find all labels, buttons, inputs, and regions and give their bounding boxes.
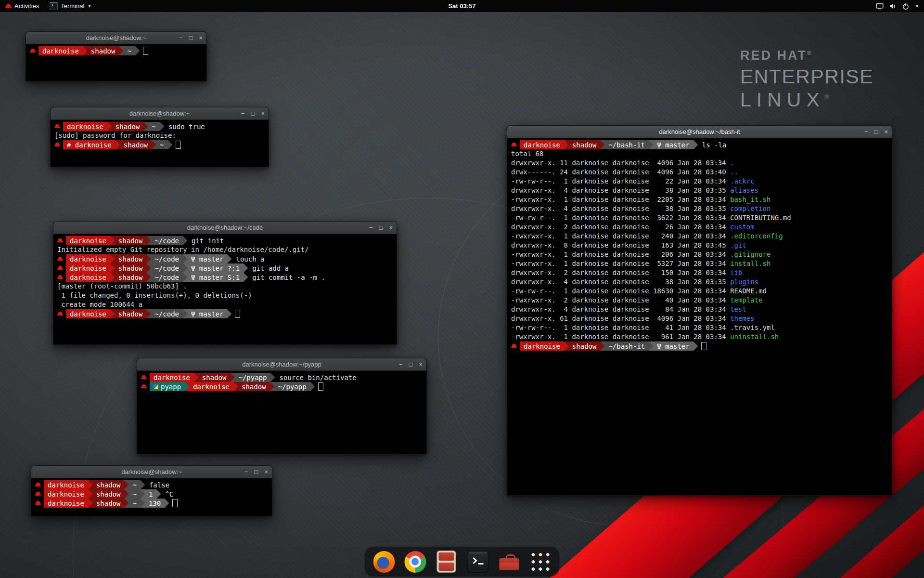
powerline-separator bbox=[183, 263, 187, 273]
prompt-segment-host: shadow bbox=[238, 382, 270, 391]
dock-item-software[interactable] bbox=[498, 550, 521, 573]
terminal-line: drwxrwxr-x. 4 darknoise darknoise 38 Jan… bbox=[511, 186, 892, 195]
ls-entry-meta: -rwxrwxr-x. 1 darknoise darknoise 2205 J… bbox=[511, 196, 730, 203]
app-menu-terminal[interactable]: Terminal ▾ bbox=[44, 0, 96, 12]
prompt-segment-user: darknoise bbox=[520, 342, 564, 351]
powerline-separator bbox=[146, 263, 151, 273]
prompt-segment-path: ~ bbox=[123, 46, 135, 55]
terminal-line: drwx------. 24 darknoise darknoise 4096 … bbox=[511, 168, 892, 177]
terminal-line: darknoiseshadow~/codeΨ master S:1git com… bbox=[57, 273, 397, 282]
terminal-line: darknoiseshadow~/codeΨ mastertouch a bbox=[57, 254, 397, 263]
prompt-segment-code: 1 bbox=[145, 489, 156, 499]
close-button[interactable]: × bbox=[199, 35, 203, 41]
command-text: ^C bbox=[165, 490, 173, 498]
brand-red-hat: RED HAT® bbox=[740, 48, 873, 63]
prompt-segment-user: darknoise bbox=[44, 480, 88, 489]
terminal-window-home-2[interactable]: darknoise@shadow:~ − □ × darknoiseshadow… bbox=[31, 465, 272, 516]
titlebar[interactable]: darknoise@shadow:~ − □ × bbox=[26, 32, 206, 44]
redhat-prompt-icon bbox=[511, 142, 517, 148]
registered-mark: ® bbox=[807, 50, 813, 56]
terminal-line: -rwxrwxr-x. 1 darknoise darknoise 206 Ja… bbox=[511, 250, 892, 259]
powerline-separator bbox=[146, 273, 151, 282]
minimize-button[interactable]: − bbox=[241, 110, 245, 117]
ls-entry-meta: drwxrwxr-x. 8 darknoise darknoise 163 Ja… bbox=[511, 241, 730, 249]
terminal-line: darknoiseshadow~/codeΨ master ?:1git add… bbox=[57, 263, 397, 273]
terminal-window-pyapp[interactable]: darknoise@shadow:~/pyapp − □ × darknoise… bbox=[137, 358, 427, 454]
minimize-button[interactable]: − bbox=[399, 361, 403, 368]
maximize-button[interactable]: □ bbox=[189, 35, 193, 41]
prompt-segment-host: shadow bbox=[115, 309, 147, 318]
terminal-content[interactable]: darknoiseshadow~/codegit initInitialized… bbox=[53, 234, 397, 344]
redhat-prompt-icon bbox=[35, 491, 41, 497]
prompt-segment-host: shadow bbox=[92, 489, 125, 499]
minimize-button[interactable]: − bbox=[369, 224, 373, 231]
ls-entry-name: README.md bbox=[730, 287, 767, 295]
ls-entry-name: . bbox=[730, 159, 734, 167]
powerline-separator bbox=[143, 122, 148, 131]
clock[interactable]: Sat 03:57 bbox=[448, 2, 475, 10]
ls-entry-name: .travis.yml bbox=[730, 324, 775, 331]
terminal-content[interactable]: darknoiseshadow~/bash-itΨ masterls -lato… bbox=[507, 138, 892, 495]
terminal-content[interactable]: darknoiseshadow~sudo true[sudo] password… bbox=[51, 120, 269, 167]
prompt-segment-user: darknoise bbox=[66, 273, 110, 282]
activities-button[interactable]: Activities bbox=[0, 0, 44, 12]
titlebar[interactable]: darknoise@shadow:~/pyapp − □ × bbox=[137, 358, 426, 371]
titlebar[interactable]: darknoise@shadow:~ − □ × bbox=[51, 107, 269, 120]
titlebar[interactable]: darknoise@shadow:~/code − □ × bbox=[53, 222, 397, 234]
close-button[interactable]: × bbox=[419, 361, 423, 368]
ls-entry-name: install.sh bbox=[730, 260, 770, 267]
terminal-content[interactable]: darknoiseshadow~ bbox=[26, 44, 206, 81]
redhat-prompt-icon bbox=[54, 124, 60, 130]
terminal-line: -rwxrwxr-x. 1 darknoise darknoise 2205 J… bbox=[511, 195, 892, 204]
maximize-button[interactable]: □ bbox=[251, 110, 255, 117]
minimize-button[interactable]: − bbox=[864, 129, 868, 135]
close-button[interactable]: × bbox=[884, 129, 888, 135]
terminal-line: darknoiseshadow~1^C bbox=[35, 489, 272, 499]
system-status-area[interactable]: ▾ bbox=[870, 0, 924, 12]
close-button[interactable]: × bbox=[389, 224, 393, 231]
powerline-separator bbox=[146, 236, 151, 245]
powerline-separator bbox=[152, 140, 156, 149]
minimize-button[interactable]: − bbox=[244, 469, 248, 475]
ls-entry-name: .git bbox=[730, 241, 746, 249]
maximize-button[interactable]: □ bbox=[409, 361, 413, 368]
dock-item-app-grid[interactable] bbox=[529, 550, 552, 573]
powerline-separator bbox=[88, 489, 92, 499]
close-button[interactable]: × bbox=[264, 469, 268, 475]
powerline-separator bbox=[110, 254, 115, 263]
ls-entry-meta: drwxrwxr-x. 2 darknoise darknoise 150 Ja… bbox=[511, 269, 730, 276]
ls-entry-name: .editorconfig bbox=[730, 232, 783, 240]
ls-entry-name: .gitignore bbox=[730, 250, 770, 258]
terminal-window-code[interactable]: darknoise@shadow:~/code − □ × darknoises… bbox=[53, 221, 397, 345]
terminal-content[interactable]: darknoiseshadow~/pyappsource bin/activat… bbox=[137, 371, 426, 454]
powerline-separator bbox=[194, 373, 198, 382]
prompt-segment-user: darknoise bbox=[66, 254, 110, 263]
minimize-button[interactable]: − bbox=[179, 35, 183, 41]
terminal-window-home-1[interactable]: darknoise@shadow:~ − □ × darknoiseshadow… bbox=[26, 31, 207, 81]
ls-entry-meta: drwxrwxr-x. 4 darknoise darknoise 38 Jan… bbox=[511, 205, 730, 212]
titlebar[interactable]: darknoise@shadow:~/bash-it − □ × bbox=[507, 126, 892, 138]
dock-item-terminal[interactable] bbox=[466, 550, 489, 573]
ls-entry-meta: -rw-rw-r--. 1 darknoise darknoise 22 Jan… bbox=[511, 177, 730, 185]
dock-item-firefox[interactable] bbox=[372, 550, 396, 573]
terminal-window-bash-it[interactable]: darknoise@shadow:~/bash-it − □ × darknoi… bbox=[507, 125, 892, 496]
maximize-button[interactable]: □ bbox=[874, 129, 878, 135]
dock-item-chrome[interactable] bbox=[404, 550, 427, 573]
terminal-icon bbox=[467, 551, 488, 573]
prompt-segment-host: shadow bbox=[568, 140, 601, 149]
terminal-window-sudo[interactable]: darknoise@shadow:~ − □ × darknoiseshadow… bbox=[50, 107, 269, 167]
redhat-prompt-icon bbox=[57, 311, 63, 317]
window-title: darknoise@shadow:~ bbox=[86, 34, 147, 41]
terminal-content[interactable]: darknoiseshadow~falsedarknoiseshadow~1^C… bbox=[31, 478, 272, 516]
software-icon bbox=[498, 551, 520, 573]
dock-item-files[interactable] bbox=[435, 550, 458, 573]
powerline-separator bbox=[244, 263, 248, 273]
powerline-separator bbox=[160, 122, 164, 131]
titlebar[interactable]: darknoise@shadow:~ − □ × bbox=[31, 466, 272, 478]
prompt-segment-user: darknoise bbox=[44, 489, 88, 499]
power-icon bbox=[902, 2, 910, 10]
maximize-button[interactable]: □ bbox=[379, 224, 383, 231]
maximize-button[interactable]: □ bbox=[255, 469, 258, 475]
close-button[interactable]: × bbox=[261, 110, 265, 117]
redhat-prompt-icon bbox=[57, 238, 63, 244]
